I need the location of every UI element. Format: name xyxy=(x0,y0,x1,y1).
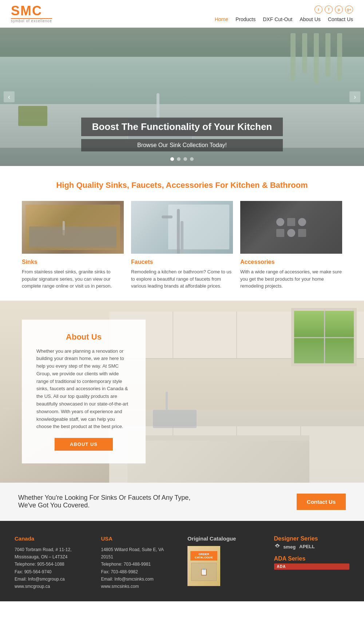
logo-text: SMC xyxy=(11,4,52,17)
logo: SMC symbol of excellence xyxy=(11,4,52,23)
header: SMC symbol of excellence t f p g+ Home P… xyxy=(0,0,364,28)
footer-canada-title: Canada xyxy=(15,535,90,542)
designer-logos: smeg APELL xyxy=(274,543,350,550)
about-button[interactable]: ABOUT US xyxy=(55,438,113,451)
dot-3[interactable] xyxy=(183,157,187,161)
footer-canada: Canada 7040 Torbram Road, # 11-12, Missi… xyxy=(15,535,90,590)
footer-canada-website: www.smcgroup.ca xyxy=(15,583,90,590)
dot-4[interactable] xyxy=(190,157,194,161)
accessories-image xyxy=(240,201,342,254)
product-card-accessories: Accessories With a wide range of accesso… xyxy=(240,201,342,290)
footer-canada-fax: Fax: 905-564-9740 xyxy=(15,568,90,575)
nav-contact[interactable]: Contact Us xyxy=(328,16,353,22)
product-card-sinks: Sinks From stainless steel sinks, granit… xyxy=(22,201,124,290)
hero-next-button[interactable]: › xyxy=(349,91,360,102)
social-icons: t f p g+ xyxy=(314,5,353,13)
sinks-desc: From stainless steel sinks, granite sink… xyxy=(22,268,124,290)
ada-badge: ADA xyxy=(274,563,350,570)
ada-series: ADA Series ADA xyxy=(274,555,350,570)
footer-canada-address: 7040 Torbram Road, # 11-12, Mississauga,… xyxy=(15,546,90,561)
footer-brands: Designer Series smeg APELL ADA Series AD… xyxy=(274,535,350,590)
contact-us-button[interactable]: Contact Us xyxy=(297,494,346,510)
products-tagline: High Quality Sinks, Faucets, Accessories… xyxy=(15,181,349,190)
about-card: About Us Whether you are planning a reno… xyxy=(22,320,146,464)
dot-2[interactable] xyxy=(177,157,181,161)
footer-usa-fax: Fax: 703-488-9982 xyxy=(101,568,177,575)
sinks-image xyxy=(22,201,124,254)
nav-dxf[interactable]: DXF Cut-Out xyxy=(263,16,292,22)
hero-title: Boost The Functionality of Your Kitchen xyxy=(81,118,283,136)
footer-usa-website: www.smcsinks.com xyxy=(101,583,177,590)
svg-point-0 xyxy=(276,545,278,547)
faucets-image xyxy=(131,201,233,254)
designer-series: Designer Series smeg APELL xyxy=(274,535,350,550)
pinterest-icon[interactable]: p xyxy=(335,5,343,13)
facebook-icon[interactable]: f xyxy=(325,5,333,13)
footer-usa-email: Email: Info@smcsinks.com xyxy=(101,575,177,583)
apell-logo: APELL xyxy=(299,544,315,549)
products-grid: Sinks From stainless steel sinks, granit… xyxy=(15,201,349,290)
footer-catalogue: Original Catalogue ORDERCATALOGUE 📋 xyxy=(187,535,263,590)
twitter-icon[interactable]: t xyxy=(314,5,323,13)
footer-usa-phone: Telephone: 703-488-9981 xyxy=(101,561,177,568)
catalogue-image: ORDERCATALOGUE 📋 xyxy=(187,546,220,586)
hero-subtitle: Browse Our Sink Collection Today! xyxy=(81,139,283,151)
designer-series-title: Designer Series xyxy=(274,535,350,542)
about-title: About Us xyxy=(36,332,131,342)
nav-home[interactable]: Home xyxy=(215,16,228,22)
googleplus-icon[interactable]: g+ xyxy=(345,5,353,13)
cta-text: Whether You're Looking For Sinks Or Fauc… xyxy=(18,494,200,509)
hero-prev-button[interactable]: ‹ xyxy=(4,91,15,102)
nav-products[interactable]: Products xyxy=(236,16,256,22)
faucets-title: Faucets xyxy=(131,259,233,265)
footer-catalogue-title: Original Catalogue xyxy=(187,535,263,542)
footer-usa-address: 14805 Willard Road, Suite E, VA 20151 xyxy=(101,546,177,561)
header-right: t f p g+ Home Products DXF Cut-Out About… xyxy=(215,5,353,22)
footer-canada-email: Email: Info@smcgroup.ca xyxy=(15,575,90,583)
nav-about[interactable]: About Us xyxy=(300,16,321,22)
product-card-faucets: Faucets Remodeling a kitchen or bathroom… xyxy=(131,201,233,290)
footer-usa-title: USA xyxy=(101,535,177,542)
about-text: Whether you are planning a renovation or… xyxy=(36,348,131,431)
footer-canada-phone: Telephone: 905-564-1088 xyxy=(15,561,90,568)
hero-dots xyxy=(170,157,194,161)
sinks-title: Sinks xyxy=(22,259,124,265)
hero-slider: ‹ Boost The Functionality of Your Kitche… xyxy=(0,28,364,166)
logo-sub: symbol of excellence xyxy=(11,19,52,23)
main-nav: Home Products DXF Cut-Out About Us Conta… xyxy=(215,16,353,22)
accessories-desc: With a wide range of accessories, we mak… xyxy=(240,268,342,290)
dot-1[interactable] xyxy=(170,157,174,161)
about-section: About Us Whether you are planning a reno… xyxy=(0,301,364,483)
ada-series-title: ADA Series xyxy=(274,555,350,562)
brands-list: Designer Series smeg APELL ADA Series AD… xyxy=(274,535,350,570)
cta-banner: Whether You're Looking For Sinks Or Fauc… xyxy=(0,483,364,521)
accessories-title: Accessories xyxy=(240,259,342,265)
faucets-desc: Remodeling a kitchen or bathroom? Come t… xyxy=(131,268,233,290)
products-section: High Quality Sinks, Faucets, Accessories… xyxy=(0,166,364,301)
smeg-logo: smeg xyxy=(274,543,296,550)
footer-usa: USA 14805 Willard Road, Suite E, VA 2015… xyxy=(101,535,177,590)
footer: Canada 7040 Torbram Road, # 11-12, Missi… xyxy=(0,521,364,601)
